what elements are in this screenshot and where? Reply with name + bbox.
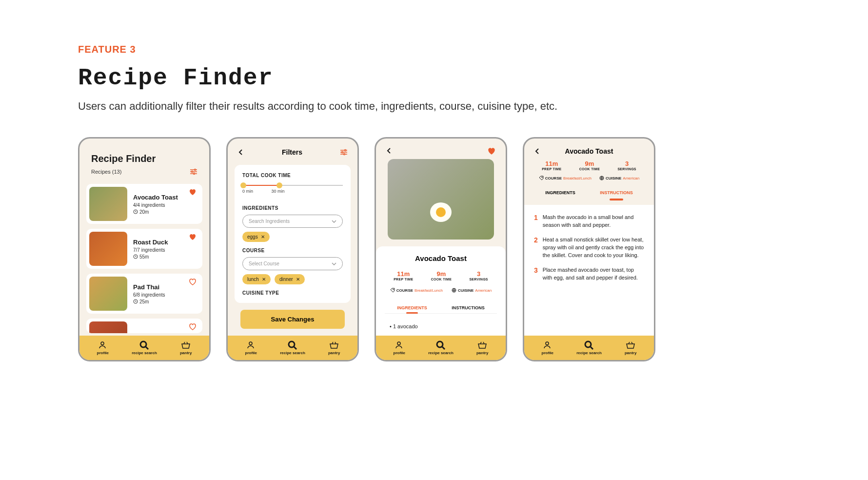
svg-point-9 — [101, 342, 104, 345]
recipe-count: Recipes (13) — [91, 169, 121, 175]
close-icon[interactable]: ✕ — [261, 234, 265, 240]
svg-point-21 — [393, 289, 394, 290]
course-dropdown[interactable]: Select Course — [242, 257, 343, 270]
bottom-tabbar: profile recipe search pantry — [228, 336, 357, 360]
recipe-ingredients-count: 4/4 ingredients — [133, 202, 178, 208]
recipe-ingredients-count: 7/7 ingredients — [133, 247, 168, 253]
svg-line-20 — [294, 347, 296, 349]
recipe-time: 55m — [133, 254, 168, 260]
profile-icon — [543, 340, 552, 350]
phone-recipe-detail: Avocado Toast 11mPREP TIME 9mCOOK TIME 3… — [375, 137, 507, 361]
basket-icon — [626, 340, 635, 350]
tab-pantry[interactable]: pantry — [180, 340, 192, 355]
svg-point-24 — [437, 341, 443, 347]
meta-course: COURSEBreakfast/Lunch — [390, 288, 443, 293]
svg-point-5 — [194, 173, 195, 175]
svg-point-15 — [344, 150, 346, 151]
meta-cuisine: CUISINEAmerican — [599, 176, 639, 180]
svg-point-29 — [585, 341, 591, 347]
recipe-card[interactable]: Avocado Toast 4/4 ingredients 20m — [86, 184, 202, 224]
svg-point-3 — [195, 169, 196, 171]
favorite-icon[interactable] — [487, 147, 496, 155]
profile-icon — [246, 340, 256, 350]
meta-cuisine: CUISINEAmerican — [452, 288, 492, 293]
recipe-thumbnail — [89, 187, 127, 221]
phone-instructions: Avocado Toast 11mPREP TIME 9mCOOK TIME 3… — [523, 137, 655, 361]
tab-pantry[interactable]: pantry — [328, 340, 340, 355]
tab-profile[interactable]: profile — [245, 340, 257, 355]
tab-recipe-search[interactable]: recipe search — [132, 340, 157, 355]
svg-point-19 — [289, 341, 295, 347]
profile-icon — [98, 340, 108, 350]
recipe-name: Avocado Toast — [565, 147, 613, 155]
back-icon[interactable] — [534, 148, 541, 155]
tab-profile[interactable]: profile — [394, 340, 405, 355]
feature-eyebrow: FEATURE 3 — [78, 44, 790, 55]
basket-icon — [329, 340, 339, 350]
cooktime-slider[interactable] — [242, 185, 343, 186]
tab-recipe-search[interactable]: recipe search — [576, 340, 602, 355]
stat-servings: 3SERVINGS — [617, 160, 636, 171]
phone-filters: Filters TOTAL COOK TIME 0 min30 min INGR… — [226, 137, 359, 361]
back-icon[interactable] — [237, 149, 244, 156]
recipe-thumbnail — [89, 232, 127, 266]
favorite-icon[interactable] — [189, 323, 197, 330]
stat-prep: 11mPREP TIME — [542, 160, 561, 171]
recipe-card[interactable] — [86, 319, 202, 333]
svg-point-28 — [546, 342, 549, 345]
meta-course: COURSEBreakfast/Lunch — [539, 176, 592, 180]
bottom-tabbar: profile recipe search pantry — [524, 336, 654, 360]
recipe-card[interactable]: Pad Thai 6/8 ingredients 25m — [86, 274, 202, 314]
tab-ingredients[interactable]: INGREDIENTS — [545, 187, 575, 198]
filter-label-cuisine: CUISINE TYPE — [242, 290, 343, 296]
tab-recipe-search[interactable]: recipe search — [280, 340, 305, 355]
svg-point-18 — [249, 342, 252, 345]
close-icon[interactable]: ✕ — [262, 277, 266, 282]
phone-recipe-list: Recipe Finder Recipes (13) Avocado Toast… — [78, 137, 211, 361]
search-icon — [139, 340, 149, 350]
basket-icon — [477, 340, 487, 350]
favorite-icon[interactable] — [189, 234, 197, 240]
svg-point-10 — [140, 341, 146, 347]
recipe-name: Roast Duck — [133, 239, 168, 246]
tab-recipe-search[interactable]: recipe search — [428, 340, 454, 355]
course-chip[interactable]: lunch✕ — [242, 274, 271, 284]
filter-icon[interactable] — [190, 168, 197, 175]
bottom-tabbar: profile recipe search pantry — [79, 336, 209, 360]
ingredient-item: • 1 avocado — [385, 319, 497, 329]
recipe-name: Pad Thai — [133, 283, 165, 291]
save-changes-button[interactable]: Save Changes — [240, 310, 345, 329]
step-number: 1 — [534, 214, 538, 229]
page-header: FEATURE 3 Recipe Finder Users can additi… — [78, 44, 790, 113]
course-chip[interactable]: dinner✕ — [275, 274, 305, 284]
recipe-card[interactable]: Roast Duck 7/7 ingredients 55m — [86, 229, 202, 269]
tab-instructions[interactable]: INSTRUCTIONS — [600, 187, 633, 198]
recipe-ingredients-count: 6/8 ingredients — [133, 292, 165, 298]
filter-label-cooktime: TOTAL COOK TIME — [242, 173, 343, 178]
ingredient-chip[interactable]: eggs✕ — [242, 232, 270, 242]
page-title: Recipe Finder — [78, 65, 790, 91]
filter-icon[interactable] — [340, 149, 348, 156]
svg-point-4 — [192, 171, 193, 173]
favorite-icon[interactable] — [189, 279, 197, 285]
svg-point-16 — [341, 152, 343, 153]
tab-profile[interactable]: profile — [542, 340, 553, 355]
filter-label-ingredients: INGREDIENTS — [242, 205, 343, 211]
recipe-time: 25m — [133, 299, 165, 304]
instruction-step: 2Heat a small nonstick skillet over low … — [534, 236, 644, 260]
tab-instructions[interactable]: INSTRUCTIONS — [452, 302, 485, 313]
tab-pantry[interactable]: pantry — [625, 340, 636, 355]
tab-pantry[interactable]: pantry — [476, 340, 488, 355]
tab-profile[interactable]: profile — [97, 340, 109, 355]
stat-cook: 9mCOOK TIME — [579, 160, 600, 171]
tab-ingredients[interactable]: INGREDIENTS — [397, 302, 427, 313]
stat-prep: 11mPREP TIME — [394, 270, 413, 281]
step-number: 2 — [534, 236, 538, 260]
search-icon — [288, 340, 297, 350]
favorite-icon[interactable] — [189, 189, 197, 196]
back-icon[interactable] — [386, 147, 393, 155]
close-icon[interactable]: ✕ — [296, 277, 300, 282]
ingredients-dropdown[interactable]: Search Ingredients — [242, 215, 343, 228]
screen-title: Filters — [282, 148, 302, 156]
instruction-step: 3Place mashed avocado over toast, top wi… — [534, 266, 644, 282]
